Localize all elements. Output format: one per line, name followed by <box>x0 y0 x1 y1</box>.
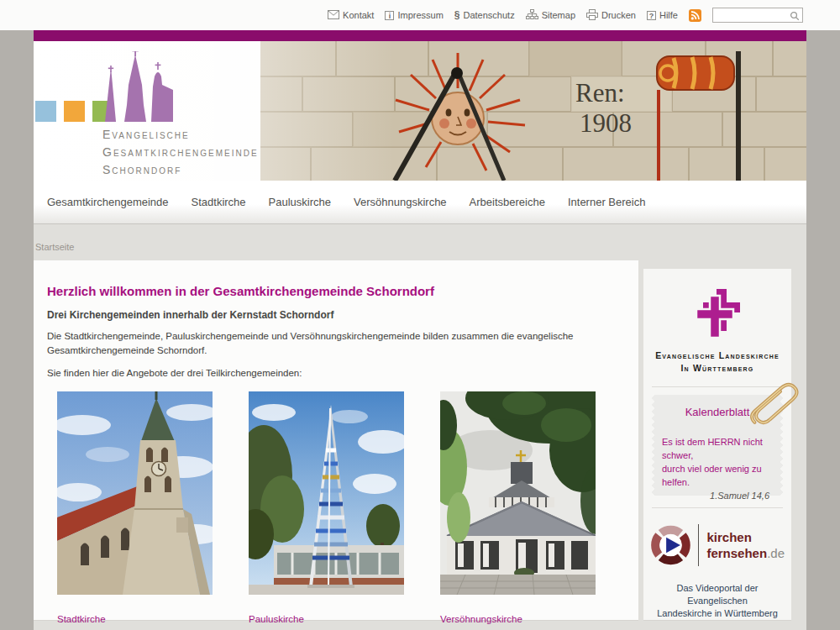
landeskirche-line-2: In Württemberg <box>643 362 791 375</box>
mail-icon <box>328 10 339 21</box>
church-teaser-row <box>47 391 625 595</box>
pauluskirche-teaser <box>249 391 404 595</box>
stadtkirche-teaser <box>57 391 213 595</box>
logo-divider-bar <box>698 524 700 566</box>
kirchenfernsehen-caption: Das Videoportal der Evangelischen Landes… <box>650 582 785 620</box>
print-label: Drucken <box>601 10 636 20</box>
lead-in-paragraph: Sie finden hier die Angebote der drei Te… <box>47 366 625 381</box>
header-accent-bar <box>34 30 806 41</box>
kirchenfernsehen-widget[interactable]: kirchen fernsehen.de Das Videoportal der… <box>643 508 791 620</box>
svg-text:Ren:: Ren: <box>575 78 625 108</box>
logo-line-1: Evangelische <box>102 126 259 144</box>
contact-label: Kontakt <box>343 10 374 20</box>
pauluskirche-photo[interactable] <box>249 391 404 595</box>
kalenderblatt-reference: 1.Samuel 14,6 <box>659 491 776 501</box>
nav-item-versoehnungskirche[interactable]: Versöhnungskirche <box>354 196 447 208</box>
kirchenfernsehen-logo: kirchen fernsehen.de <box>650 518 785 572</box>
sidebar-divider <box>652 386 783 387</box>
pauluskirche-link[interactable]: Pauluskirche <box>249 614 404 624</box>
verse-line-1: Es ist dem HERRN nicht schwer, <box>662 435 773 462</box>
site-logo[interactable]: Evangelische Gesamtkirchengemeinde Schor… <box>34 41 319 181</box>
main-navigation: Gesamtkirchengemeinde Stadtkirche Paulus… <box>34 181 806 224</box>
search-input[interactable] <box>713 9 787 21</box>
intro-paragraph: Die Stadtkirchengemeinde, Pauluskircheng… <box>47 329 625 358</box>
play-ring-icon <box>650 518 691 572</box>
versoehnungskirche-photo[interactable] <box>440 391 596 595</box>
imprint-label: Impressum <box>397 10 443 20</box>
versoehnungskirche-link[interactable]: Versöhnungskirche <box>440 614 596 624</box>
page-subtitle: Drei Kirchengemeinden innerhalb der Kern… <box>47 309 625 321</box>
content-row: Herzlich willkommen in der Gesamtkirchen… <box>34 260 806 621</box>
nav-item-arbeitsbereiche[interactable]: Arbeitsbereiche <box>470 196 545 208</box>
help-icon: ? <box>647 11 656 20</box>
info-icon: i <box>385 11 394 20</box>
nav-item-stadtkirche[interactable]: Stadtkirche <box>192 196 246 208</box>
privacy-label: Datenschutz <box>464 10 515 20</box>
sitemap-label: Sitemap <box>542 10 575 20</box>
kirchenfernsehen-wordmark: kirchen fernsehen.de <box>706 529 785 561</box>
help-label: Hilfe <box>659 10 678 20</box>
versoehnungskirche-teaser <box>440 391 596 595</box>
search-box <box>712 8 803 23</box>
nav-item-interner-bereich[interactable]: Interner Bereich <box>568 196 646 208</box>
nav-item-gesamtkirchengemeinde[interactable]: Gesamtkirchengemeinde <box>47 196 169 208</box>
kf-line-2: fernsehen.de <box>706 545 785 561</box>
nav-item-pauluskirche[interactable]: Pauluskirche <box>269 196 331 208</box>
landeskirche-logo[interactable]: Evangelische Landeskirche In Württemberg <box>643 269 791 375</box>
help-link[interactable]: ? Hilfe <box>647 10 678 20</box>
kf-caption-line-1: Das Videoportal der Evangelischen <box>650 582 785 607</box>
logo-wordmark: Evangelische Gesamtkirchengemeinde Schor… <box>102 126 259 179</box>
svg-text:1908: 1908 <box>580 108 632 138</box>
stadtkirche-link[interactable]: Stadtkirche <box>57 614 213 624</box>
header-banner: Ren: 1908 <box>34 41 806 181</box>
search-icon <box>790 11 800 21</box>
kalenderblatt-widget: Kalenderblatt Es ist dem HERRN nicht sch… <box>650 395 785 496</box>
landeskirche-line-1: Evangelische Landeskirche <box>643 349 791 362</box>
imprint-link[interactable]: i Impressum <box>385 10 443 20</box>
paragraph-icon: § <box>454 9 460 21</box>
sidebar: Evangelische Landeskirche In Württemberg… <box>643 269 791 621</box>
privacy-link[interactable]: § Datenschutz <box>454 9 515 21</box>
logo-square-blue <box>35 101 56 122</box>
print-link[interactable]: Drucken <box>586 9 636 22</box>
verse-line-2: durch viel oder wenig zu helfen. <box>662 462 773 489</box>
sitemap-link[interactable]: Sitemap <box>526 9 575 21</box>
landeskirche-cross-icon <box>693 286 742 338</box>
logo-square-orange <box>64 101 85 122</box>
rss-icon[interactable] <box>689 9 701 22</box>
church-caption-row: Stadtkirche Pauluskirche Versöhnungskirc… <box>47 614 625 624</box>
main-content: Herzlich willkommen in der Gesamtkirchen… <box>34 260 638 621</box>
sitemap-icon <box>526 9 538 21</box>
stadtkirche-photo[interactable] <box>57 391 213 595</box>
logo-line-2: Gesamtkirchengemeinde <box>102 144 259 161</box>
utility-bar: Kontakt i Impressum § Datenschutz Sitema… <box>0 0 840 30</box>
breadcrumb[interactable]: Startseite <box>35 242 74 252</box>
landeskirche-wordmark: Evangelische Landeskirche In Württemberg <box>643 349 791 375</box>
kf-caption-line-2: Landeskirche in Württemberg <box>650 607 785 620</box>
page-column: Ren: 1908 <box>34 30 806 630</box>
page-title: Herzlich willkommen in der Gesamtkirchen… <box>47 284 625 298</box>
printer-icon <box>586 9 598 22</box>
contact-link[interactable]: Kontakt <box>328 10 374 21</box>
church-silhouettes-icon <box>102 51 180 123</box>
kf-line-1: kirchen <box>706 529 785 545</box>
logo-line-3: Schorndorf <box>102 161 259 179</box>
kalenderblatt-verse: Es ist dem HERRN nicht schwer, durch vie… <box>659 435 776 489</box>
